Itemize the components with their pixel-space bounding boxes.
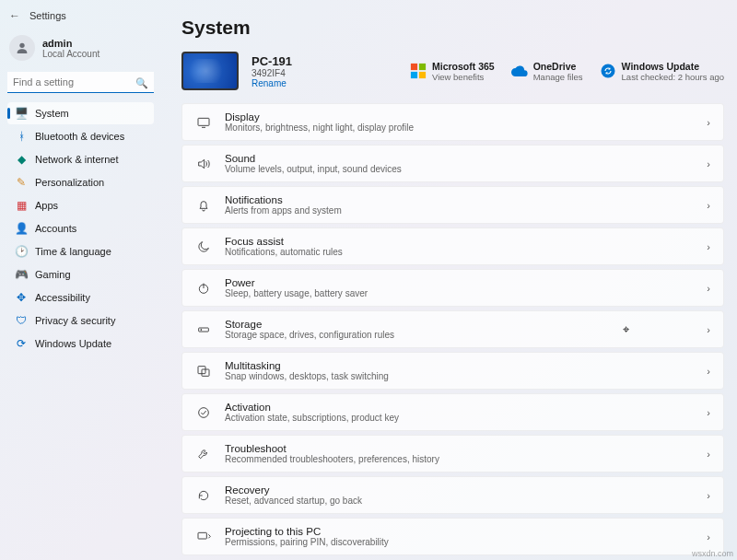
sync-icon (600, 63, 616, 79)
search-field[interactable]: 🔍 (7, 72, 154, 93)
row-sub: Notifications, automatic rules (225, 247, 343, 257)
row-sub: Activation state, subscriptions, product… (225, 413, 399, 423)
chevron-right-icon: › (707, 241, 710, 252)
row-sub: Alerts from apps and system (225, 205, 342, 216)
chevron-right-icon: › (707, 366, 710, 377)
avatar-icon (9, 35, 35, 61)
search-input[interactable] (7, 72, 154, 93)
chevron-right-icon: › (707, 407, 710, 418)
nav-item-privacy-security[interactable]: 🛡Privacy & security (7, 309, 154, 332)
settings-row-troubleshoot[interactable]: TroubleshootRecommended troubleshooters,… (181, 435, 724, 472)
svg-point-14 (199, 407, 209, 417)
nav-label: Accessibility (35, 292, 90, 303)
nav-label: Personalization (35, 177, 104, 188)
nav-item-accounts[interactable]: 👤Accounts (7, 217, 154, 239)
svg-point-5 (601, 64, 614, 78)
bell-icon (195, 198, 212, 213)
settings-row-projecting-to-this-pc[interactable]: Projecting to this PCPermissions, pairin… (181, 518, 724, 555)
nav-label: System (35, 108, 69, 119)
svg-point-0 (19, 43, 24, 48)
moon-icon (195, 239, 212, 254)
settings-row-multitasking[interactable]: MultitaskingSnap windows, desktops, task… (181, 352, 724, 390)
nav-label: Apps (35, 200, 58, 211)
settings-row-storage[interactable]: StorageStorage space, drives, configurat… (181, 310, 724, 348)
settings-row-activation[interactable]: ActivationActivation state, subscription… (181, 393, 724, 431)
hero-link-onedrive[interactable]: OneDriveManage files (511, 61, 583, 82)
wrench-icon (195, 447, 212, 461)
check-icon (195, 405, 212, 420)
row-sub: Permissions, pairing PIN, discoverabilit… (225, 537, 389, 547)
nav-item-apps[interactable]: ▦Apps (7, 194, 154, 216)
hero-link-windows-update[interactable]: Windows UpdateLast checked: 2 hours ago (600, 61, 724, 82)
settings-row-recovery[interactable]: RecoveryReset, advanced startup, go back… (181, 476, 724, 514)
svg-point-11 (201, 329, 202, 330)
sound-icon (195, 157, 212, 171)
row-sub: Storage space, drives, configuration rul… (225, 330, 394, 340)
row-sub: Reset, advanced startup, go back (225, 496, 362, 506)
nav-item-network-internet[interactable]: ◆Network & internet (7, 148, 154, 170)
row-title: Projecting to this PC (225, 526, 389, 537)
nav-item-personalization[interactable]: ✎Personalization (7, 171, 154, 193)
nav-label: Gaming (35, 269, 71, 280)
hero-link-sub: Last checked: 2 hours ago (622, 72, 724, 82)
nav-item-accessibility[interactable]: ✥Accessibility (7, 286, 154, 309)
settings-row-power[interactable]: PowerSleep, battery usage, battery saver… (181, 269, 724, 307)
row-title: Notifications (225, 194, 342, 205)
nav-item-gaming[interactable]: 🎮Gaming (7, 263, 154, 286)
nav-icon: 🎮 (15, 268, 28, 281)
hero-link-sub: View benefits (432, 72, 495, 82)
nav-icon: 🖥️ (15, 107, 28, 120)
nav-label: Windows Update (35, 338, 111, 349)
hero-link-microsoft-[interactable]: Microsoft 365View benefits (410, 61, 495, 82)
settings-row-notifications[interactable]: NotificationsAlerts from apps and system… (181, 186, 724, 224)
ms365-icon (410, 63, 427, 79)
multitask-icon (195, 364, 212, 379)
nav-label: Bluetooth & devices (35, 131, 124, 142)
row-sub: Snap windows, desktops, task switching (225, 371, 389, 381)
row-sub: Recommended troubleshooters, preferences… (225, 454, 439, 464)
pc-name: PC-191 (252, 54, 292, 68)
user-account[interactable]: admin Local Account (9, 35, 154, 61)
nav-label: Accounts (35, 223, 76, 234)
nav-item-windows-update[interactable]: ⟳Windows Update (7, 332, 154, 355)
nav-icon: 👤 (15, 222, 28, 235)
svg-rect-15 (198, 532, 206, 539)
chevron-right-icon: › (707, 117, 710, 128)
nav-icon: ▦ (15, 199, 28, 212)
row-title: Troubleshoot (225, 443, 439, 454)
nav-item-bluetooth-devices[interactable]: ᚼBluetooth & devices (7, 125, 154, 147)
back-icon[interactable]: ← (9, 9, 20, 22)
nav-item-system[interactable]: 🖥️System (7, 102, 154, 124)
row-sub: Sleep, battery usage, battery saver (225, 288, 368, 298)
settings-row-display[interactable]: DisplayMonitors, brightness, night light… (181, 103, 724, 141)
hero-link-title: Windows Update (622, 61, 724, 72)
svg-rect-10 (199, 328, 209, 332)
svg-rect-6 (198, 118, 209, 125)
user-sub: Local Account (42, 49, 99, 59)
row-title: Display (225, 111, 414, 122)
app-title: Settings (29, 10, 66, 21)
settings-row-focus-assist[interactable]: Focus assistNotifications, automatic rul… (181, 228, 724, 265)
nav-icon: 🕑 (15, 245, 28, 258)
pc-thumbnail (181, 52, 239, 90)
hero-link-title: Microsoft 365 (432, 61, 495, 72)
settings-row-sound[interactable]: SoundVolume levels, output, input, sound… (181, 145, 724, 182)
chevron-right-icon: › (707, 490, 710, 501)
search-icon: 🔍 (135, 76, 148, 88)
nav-label: Privacy & security (35, 315, 115, 326)
chevron-right-icon: › (707, 200, 710, 211)
nav-icon: ᚼ (15, 130, 28, 143)
nav-item-time-language[interactable]: 🕑Time & language (7, 240, 154, 262)
chevron-right-icon: › (707, 283, 710, 294)
row-title: Storage (225, 319, 394, 330)
chevron-right-icon: › (707, 449, 710, 460)
svg-rect-3 (411, 72, 417, 78)
svg-rect-1 (411, 64, 417, 70)
recovery-icon (195, 488, 212, 503)
storage-icon (195, 322, 212, 337)
nav-icon: ✥ (15, 291, 28, 304)
row-title: Power (225, 277, 368, 288)
row-title: Focus assist (225, 236, 343, 247)
row-sub: Volume levels, output, input, sound devi… (225, 164, 402, 174)
rename-link[interactable]: Rename (252, 78, 292, 88)
